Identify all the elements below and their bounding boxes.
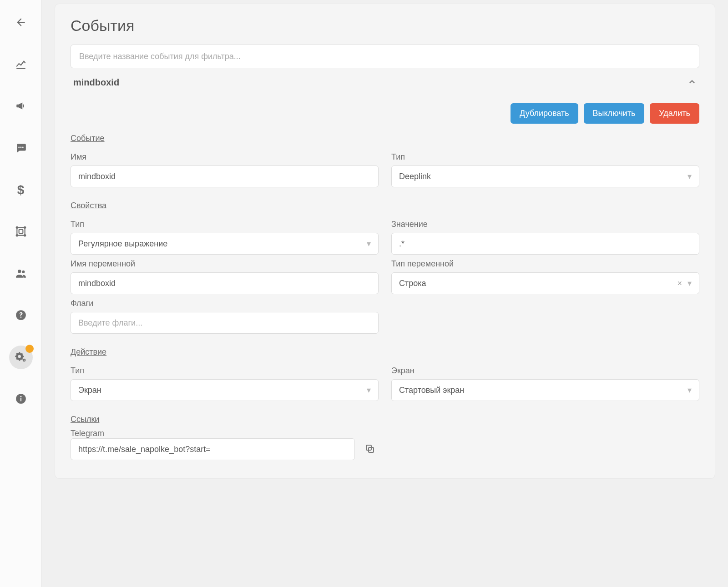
input-event-name[interactable] — [71, 166, 379, 187]
notification-badge — [25, 345, 34, 353]
event-action-buttons: Дублировать Выключить Удалить — [71, 103, 699, 124]
nav-audience[interactable] — [9, 262, 33, 286]
chevron-up-icon — [688, 77, 697, 88]
input-var-name[interactable] — [71, 272, 379, 294]
select-action-type[interactable]: Экран ▾ — [71, 379, 379, 401]
svg-point-5 — [16, 226, 17, 228]
label-event-type: Тип — [391, 152, 699, 162]
input-flags[interactable] — [71, 312, 379, 334]
select-action-screen[interactable]: Стартовый экран ▾ — [391, 379, 699, 401]
gears-icon — [15, 351, 27, 364]
disable-button[interactable]: Выключить — [584, 103, 645, 124]
page-title: События — [71, 17, 699, 35]
select-event-type[interactable]: Deeplink ▾ — [391, 166, 699, 187]
sidebar: $ — [0, 0, 42, 587]
input-prop-value[interactable] — [391, 233, 699, 255]
section-properties-title: Свойства — [71, 201, 699, 211]
svg-point-16 — [20, 396, 21, 397]
main-content: События mindboxid Дублировать Выключить … — [42, 0, 728, 587]
svg-rect-15 — [20, 397, 21, 401]
svg-rect-3 — [17, 227, 25, 235]
select-event-type-value: Deeplink — [399, 172, 431, 181]
nav-billing[interactable]: $ — [9, 178, 33, 202]
event-filter-input[interactable] — [71, 45, 699, 68]
section-links-title: Ссылки — [71, 415, 699, 424]
caret-down-icon: ▾ — [688, 385, 692, 395]
label-prop-value: Значение — [391, 220, 699, 229]
group-objects-icon — [15, 226, 27, 239]
svg-point-2 — [22, 146, 23, 148]
input-telegram-link[interactable] — [71, 438, 355, 460]
section-action-title: Действие — [71, 347, 699, 357]
nav-messages[interactable] — [9, 136, 33, 160]
label-event-name: Имя — [71, 152, 379, 162]
caret-down-icon: ▾ — [688, 171, 692, 181]
bullhorn-icon — [15, 100, 27, 113]
arrow-left-icon — [15, 16, 27, 30]
nav-back[interactable] — [9, 11, 33, 35]
label-prop-type: Тип — [71, 220, 379, 229]
svg-point-1 — [20, 146, 21, 148]
nav-campaigns[interactable] — [9, 95, 33, 118]
delete-button[interactable]: Удалить — [650, 103, 699, 124]
nav-help[interactable] — [9, 304, 33, 327]
select-var-type[interactable]: Строка × ▾ — [391, 272, 699, 294]
caret-down-icon: ▾ — [367, 385, 371, 395]
page-card: События mindboxid Дублировать Выключить … — [55, 4, 715, 479]
svg-point-9 — [17, 269, 21, 273]
question-circle-icon — [15, 309, 27, 322]
svg-point-10 — [22, 270, 25, 273]
nav-settings[interactable] — [9, 346, 33, 369]
section-event-title: Событие — [71, 134, 699, 143]
label-telegram: Telegram — [71, 429, 104, 438]
select-prop-type-value: Регулярное выражение — [78, 239, 167, 249]
label-flags: Флаги — [71, 299, 379, 308]
label-action-type: Тип — [71, 366, 379, 376]
dollar-icon: $ — [17, 183, 25, 197]
svg-point-8 — [24, 235, 25, 236]
nav-templates[interactable] — [9, 220, 33, 244]
select-prop-type[interactable]: Регулярное выражение ▾ — [71, 233, 379, 255]
svg-point-13 — [23, 359, 24, 360]
label-var-name: Имя переменной — [71, 259, 379, 269]
nav-info[interactable] — [9, 387, 33, 411]
chat-icon — [15, 142, 27, 155]
copy-link-button[interactable] — [361, 441, 379, 458]
svg-point-6 — [24, 226, 25, 228]
copy-icon — [364, 443, 375, 456]
event-name-heading: mindboxid — [73, 77, 119, 88]
event-accordion-header[interactable]: mindboxid — [71, 68, 699, 90]
select-action-type-value: Экран — [78, 386, 101, 395]
caret-down-icon: ▾ — [688, 278, 692, 288]
info-circle-icon — [15, 393, 27, 406]
clear-icon[interactable]: × — [677, 279, 682, 288]
label-var-type: Тип переменной — [391, 259, 699, 269]
label-action-screen: Экран — [391, 366, 699, 376]
select-action-screen-value: Стартовый экран — [399, 386, 464, 395]
svg-point-7 — [16, 235, 17, 236]
nav-analytics[interactable] — [9, 53, 33, 76]
chart-line-icon — [15, 58, 27, 71]
svg-point-0 — [18, 146, 20, 148]
select-var-type-value: Строка — [399, 279, 426, 288]
duplicate-button[interactable]: Дублировать — [511, 103, 578, 124]
caret-down-icon: ▾ — [367, 239, 371, 249]
users-icon — [15, 267, 27, 281]
svg-rect-4 — [19, 229, 23, 233]
